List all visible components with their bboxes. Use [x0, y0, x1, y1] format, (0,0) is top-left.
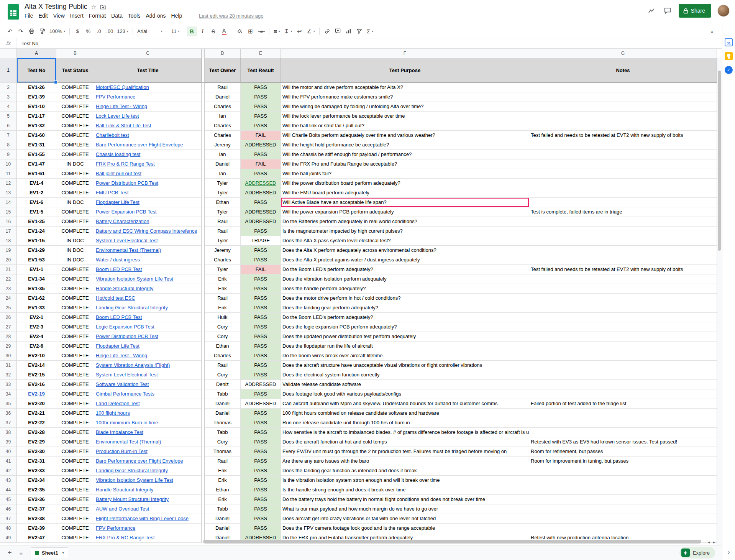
- cell-test-status[interactable]: COMPLETE: [56, 294, 94, 303]
- calendar-icon[interactable]: 31: [725, 38, 733, 46]
- cell-test-status[interactable]: COMPLETE: [56, 361, 94, 370]
- cell-test-owner[interactable]: Cory: [205, 437, 241, 447]
- row-header[interactable]: 15: [0, 207, 17, 217]
- cell-test-owner[interactable]: Raul: [205, 83, 241, 92]
- cell-test-owner[interactable]: Daniel: [205, 159, 241, 169]
- cell-test-purpose[interactable]: How senstive is the aircraft to imbalanc…: [281, 428, 529, 437]
- cell-test-purpose[interactable]: Do the Boom LED's perform adequately?: [281, 265, 529, 274]
- cell-test-no[interactable]: EV2-33: [17, 466, 56, 476]
- cell-test-result[interactable]: PASS: [241, 370, 281, 380]
- vertical-scrollbar[interactable]: [717, 58, 722, 545]
- cell-test-no[interactable]: EV1-10: [17, 102, 56, 112]
- cell-notes[interactable]: [529, 332, 717, 342]
- cell-notes[interactable]: Test is complete, failed items are in tr…: [529, 207, 717, 217]
- cell-test-no[interactable]: EV2-28: [17, 428, 56, 437]
- cell-test-title[interactable]: Baro Performance over Flight Envelope: [94, 140, 202, 150]
- cell-test-owner[interactable]: Daniel: [205, 409, 241, 418]
- cell-test-result[interactable]: PASS: [241, 342, 281, 351]
- last-edit-link[interactable]: Last edit was 28 minutes ago: [199, 13, 263, 19]
- cell-test-purpose[interactable]: Do the Boom LED's perform adequately?: [281, 313, 529, 322]
- cell-test-title[interactable]: AUW and Overload Test: [94, 504, 202, 514]
- cell-notes[interactable]: [529, 255, 717, 265]
- cell-test-purpose[interactable]: Does the logic expansion PCB perform ade…: [281, 322, 529, 332]
- vertical-align-button[interactable]: ↧▾: [283, 26, 294, 36]
- cell-notes[interactable]: [529, 476, 717, 485]
- cell-notes[interactable]: [529, 313, 717, 322]
- menu-item[interactable]: Edit: [36, 12, 51, 20]
- cell-test-owner[interactable]: Tabb: [205, 504, 241, 514]
- cell-test-result[interactable]: PASS: [241, 476, 281, 485]
- row-header[interactable]: 42: [0, 466, 17, 476]
- cell-test-owner[interactable]: Charles: [205, 351, 241, 361]
- cell-test-title[interactable]: FPV Performance: [94, 92, 202, 102]
- cell-test-purpose[interactable]: Does the aircraft structure have unaccep…: [281, 361, 529, 370]
- cell-test-title[interactable]: Vibration Isolation System Life Test: [94, 476, 202, 485]
- sheets-logo-icon[interactable]: [8, 4, 19, 20]
- cell-test-title[interactable]: Power Distribution PCB Test: [94, 179, 202, 188]
- cell-notes[interactable]: [529, 198, 717, 207]
- font-size-dropdown[interactable]: 11▾: [170, 26, 181, 36]
- cell-a1-selected[interactable]: Test No: [17, 58, 56, 83]
- cell-notes[interactable]: [529, 524, 717, 533]
- cell-test-result[interactable]: FAIL: [241, 265, 281, 274]
- scroll-right-icon[interactable]: ▸: [713, 540, 715, 545]
- cell-test-status[interactable]: COMPLETE: [56, 150, 94, 159]
- cell-test-no[interactable]: EV1-60: [17, 131, 56, 140]
- cell-test-result[interactable]: PASS: [241, 485, 281, 495]
- cell-test-owner[interactable]: Tyler: [205, 207, 241, 217]
- cell-test-status[interactable]: COMPLETE: [56, 102, 94, 112]
- cell-test-status[interactable]: COMPLETE: [56, 227, 94, 236]
- cell-test-title[interactable]: Gimbal Performance Tests: [94, 389, 202, 399]
- cell-test-title[interactable]: Hinge Life Test - Wiring: [94, 351, 202, 361]
- cell-test-owner[interactable]: Charles: [205, 121, 241, 131]
- row-header[interactable]: 28: [0, 332, 17, 342]
- row-header[interactable]: 41: [0, 457, 17, 466]
- cell-test-no[interactable]: EV1-6: [17, 198, 56, 207]
- all-sheets-icon[interactable]: ≡: [15, 547, 27, 558]
- cell-test-owner[interactable]: Erik: [205, 303, 241, 313]
- cell-test-owner[interactable]: Thomas: [205, 418, 241, 428]
- cell-test-owner[interactable]: Cory: [205, 332, 241, 342]
- row-header[interactable]: 34: [0, 389, 17, 399]
- cell-test-status[interactable]: COMPLETE: [56, 207, 94, 217]
- cell-test-status[interactable]: COMPLETE: [56, 495, 94, 504]
- cell-test-status[interactable]: COMPLETE: [56, 313, 94, 322]
- cell-test-purpose[interactable]: Does the motor drive perform in hot / co…: [281, 294, 529, 303]
- horizontal-scrollbar-thumb[interactable]: [203, 540, 701, 544]
- cell-test-owner[interactable]: Jeremy: [205, 246, 241, 255]
- cell-test-result[interactable]: ADDRESSED: [241, 217, 281, 227]
- cell-test-title[interactable]: FRX Pro & RC Range Test: [94, 159, 202, 169]
- cell-notes[interactable]: [529, 179, 717, 188]
- cell-test-no[interactable]: EV2-15: [17, 370, 56, 380]
- add-sheet-icon[interactable]: +: [4, 547, 15, 558]
- cell-test-no[interactable]: EV2-31: [17, 457, 56, 466]
- cell-test-status[interactable]: COMPLETE: [56, 457, 94, 466]
- cell-notes[interactable]: [529, 409, 717, 418]
- cell-test-purpose[interactable]: Is the vibration isolation system stron …: [281, 476, 529, 485]
- cell-test-no[interactable]: EV1-34: [17, 274, 56, 284]
- cell-test-owner[interactable]: Hulk: [205, 313, 241, 322]
- cell-notes[interactable]: [529, 274, 717, 284]
- cell-test-owner[interactable]: Tyler: [205, 265, 241, 274]
- row-header[interactable]: 20: [0, 255, 17, 265]
- comment-history-icon[interactable]: [663, 6, 673, 16]
- cell-test-owner[interactable]: Raul: [205, 294, 241, 303]
- cell-test-title[interactable]: Ball Link & Strut Life Test: [94, 121, 202, 131]
- cell-test-title[interactable]: FPV Performance: [94, 524, 202, 533]
- cell-test-no[interactable]: EV2-6: [17, 342, 56, 351]
- cell-test-purpose[interactable]: Does the FPV camera footage look good an…: [281, 524, 529, 533]
- cell-c1[interactable]: Test Title: [94, 58, 202, 83]
- cell-test-status[interactable]: COMPLETE: [56, 428, 94, 437]
- cell-test-status[interactable]: IN DOC: [56, 255, 94, 265]
- cell-test-owner[interactable]: Daniel: [205, 92, 241, 102]
- cell-test-no[interactable]: EV1-47: [17, 159, 56, 169]
- cell-test-owner[interactable]: Ethan: [205, 198, 241, 207]
- cell-test-purpose[interactable]: Will Charlie Bolts perform adequately ov…: [281, 131, 529, 140]
- paint-format-icon[interactable]: [37, 26, 47, 36]
- cell-test-no[interactable]: EV1-24: [17, 227, 56, 236]
- cell-test-title[interactable]: Water / dust ingress: [94, 255, 202, 265]
- cell-test-owner[interactable]: Tabb: [205, 389, 241, 399]
- cell-test-no[interactable]: EV2-16: [17, 380, 56, 389]
- cell-test-title[interactable]: Vibration Isolation System Life Test: [94, 274, 202, 284]
- cell-test-result[interactable]: ADDRESSED: [241, 207, 281, 217]
